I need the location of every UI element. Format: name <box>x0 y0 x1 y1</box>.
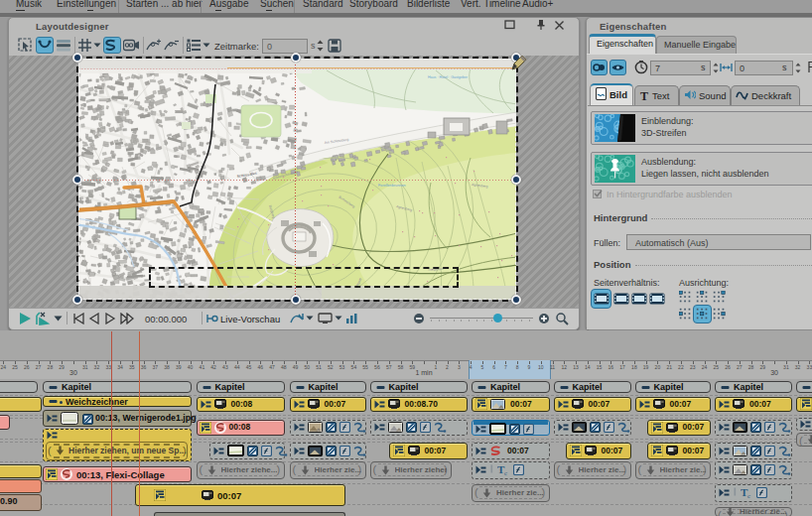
svg-text:c: c <box>504 469 507 475</box>
svg-text:c: c <box>747 492 750 498</box>
